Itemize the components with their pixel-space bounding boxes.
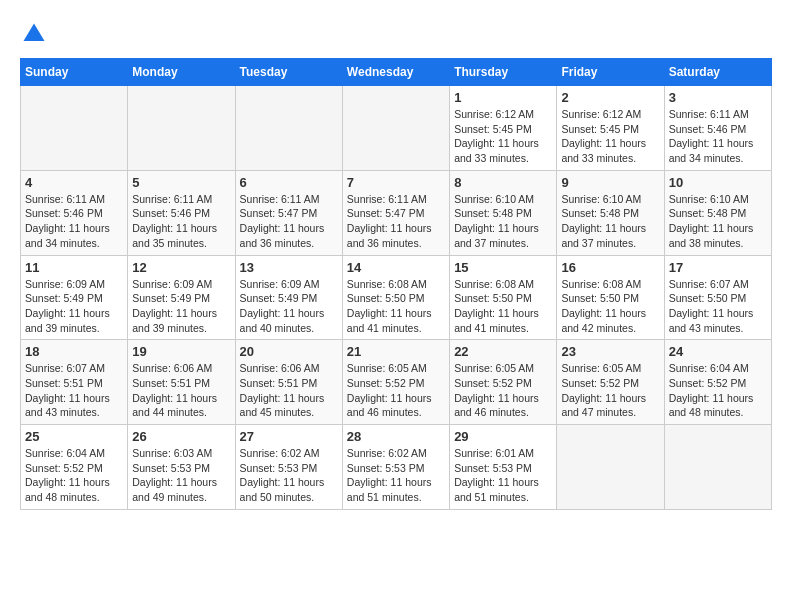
day-number: 17 bbox=[669, 260, 767, 275]
calendar-week-row: 11Sunrise: 6:09 AMSunset: 5:49 PMDayligh… bbox=[21, 255, 772, 340]
calendar-cell: 7Sunrise: 6:11 AMSunset: 5:47 PMDaylight… bbox=[342, 170, 449, 255]
day-info: Sunrise: 6:08 AMSunset: 5:50 PMDaylight:… bbox=[347, 277, 445, 336]
day-number: 24 bbox=[669, 344, 767, 359]
calendar-cell: 10Sunrise: 6:10 AMSunset: 5:48 PMDayligh… bbox=[664, 170, 771, 255]
calendar-cell bbox=[664, 425, 771, 510]
day-info: Sunrise: 6:07 AMSunset: 5:50 PMDaylight:… bbox=[669, 277, 767, 336]
calendar-cell bbox=[128, 86, 235, 171]
day-number: 4 bbox=[25, 175, 123, 190]
day-number: 7 bbox=[347, 175, 445, 190]
day-info: Sunrise: 6:08 AMSunset: 5:50 PMDaylight:… bbox=[561, 277, 659, 336]
day-info: Sunrise: 6:09 AMSunset: 5:49 PMDaylight:… bbox=[240, 277, 338, 336]
calendar-cell: 9Sunrise: 6:10 AMSunset: 5:48 PMDaylight… bbox=[557, 170, 664, 255]
day-info: Sunrise: 6:04 AMSunset: 5:52 PMDaylight:… bbox=[25, 446, 123, 505]
day-info: Sunrise: 6:09 AMSunset: 5:49 PMDaylight:… bbox=[25, 277, 123, 336]
weekday-header-wednesday: Wednesday bbox=[342, 59, 449, 86]
day-info: Sunrise: 6:09 AMSunset: 5:49 PMDaylight:… bbox=[132, 277, 230, 336]
day-info: Sunrise: 6:06 AMSunset: 5:51 PMDaylight:… bbox=[132, 361, 230, 420]
day-number: 27 bbox=[240, 429, 338, 444]
weekday-header-row: SundayMondayTuesdayWednesdayThursdayFrid… bbox=[21, 59, 772, 86]
calendar-cell: 19Sunrise: 6:06 AMSunset: 5:51 PMDayligh… bbox=[128, 340, 235, 425]
calendar-cell: 14Sunrise: 6:08 AMSunset: 5:50 PMDayligh… bbox=[342, 255, 449, 340]
day-number: 28 bbox=[347, 429, 445, 444]
calendar-cell: 17Sunrise: 6:07 AMSunset: 5:50 PMDayligh… bbox=[664, 255, 771, 340]
svg-marker-0 bbox=[24, 24, 45, 42]
calendar-cell: 18Sunrise: 6:07 AMSunset: 5:51 PMDayligh… bbox=[21, 340, 128, 425]
calendar-cell bbox=[235, 86, 342, 171]
calendar-week-row: 4Sunrise: 6:11 AMSunset: 5:46 PMDaylight… bbox=[21, 170, 772, 255]
day-number: 14 bbox=[347, 260, 445, 275]
calendar-week-row: 18Sunrise: 6:07 AMSunset: 5:51 PMDayligh… bbox=[21, 340, 772, 425]
day-info: Sunrise: 6:11 AMSunset: 5:46 PMDaylight:… bbox=[25, 192, 123, 251]
calendar-week-row: 1Sunrise: 6:12 AMSunset: 5:45 PMDaylight… bbox=[21, 86, 772, 171]
day-number: 23 bbox=[561, 344, 659, 359]
calendar-cell: 20Sunrise: 6:06 AMSunset: 5:51 PMDayligh… bbox=[235, 340, 342, 425]
weekday-header-thursday: Thursday bbox=[450, 59, 557, 86]
weekday-header-monday: Monday bbox=[128, 59, 235, 86]
calendar-cell: 15Sunrise: 6:08 AMSunset: 5:50 PMDayligh… bbox=[450, 255, 557, 340]
day-number: 9 bbox=[561, 175, 659, 190]
calendar-cell: 1Sunrise: 6:12 AMSunset: 5:45 PMDaylight… bbox=[450, 86, 557, 171]
calendar-cell: 3Sunrise: 6:11 AMSunset: 5:46 PMDaylight… bbox=[664, 86, 771, 171]
calendar-cell bbox=[342, 86, 449, 171]
day-number: 8 bbox=[454, 175, 552, 190]
calendar-cell: 24Sunrise: 6:04 AMSunset: 5:52 PMDayligh… bbox=[664, 340, 771, 425]
calendar-cell: 27Sunrise: 6:02 AMSunset: 5:53 PMDayligh… bbox=[235, 425, 342, 510]
day-number: 3 bbox=[669, 90, 767, 105]
weekday-header-sunday: Sunday bbox=[21, 59, 128, 86]
calendar-cell: 26Sunrise: 6:03 AMSunset: 5:53 PMDayligh… bbox=[128, 425, 235, 510]
day-number: 5 bbox=[132, 175, 230, 190]
calendar-cell: 22Sunrise: 6:05 AMSunset: 5:52 PMDayligh… bbox=[450, 340, 557, 425]
day-number: 16 bbox=[561, 260, 659, 275]
page-header bbox=[20, 20, 772, 48]
day-number: 10 bbox=[669, 175, 767, 190]
weekday-header-tuesday: Tuesday bbox=[235, 59, 342, 86]
day-info: Sunrise: 6:11 AMSunset: 5:47 PMDaylight:… bbox=[347, 192, 445, 251]
day-info: Sunrise: 6:10 AMSunset: 5:48 PMDaylight:… bbox=[561, 192, 659, 251]
logo bbox=[20, 20, 52, 48]
day-number: 18 bbox=[25, 344, 123, 359]
calendar-cell: 21Sunrise: 6:05 AMSunset: 5:52 PMDayligh… bbox=[342, 340, 449, 425]
day-number: 1 bbox=[454, 90, 552, 105]
calendar-cell: 25Sunrise: 6:04 AMSunset: 5:52 PMDayligh… bbox=[21, 425, 128, 510]
calendar-cell: 12Sunrise: 6:09 AMSunset: 5:49 PMDayligh… bbox=[128, 255, 235, 340]
day-number: 22 bbox=[454, 344, 552, 359]
day-info: Sunrise: 6:12 AMSunset: 5:45 PMDaylight:… bbox=[561, 107, 659, 166]
weekday-header-friday: Friday bbox=[557, 59, 664, 86]
calendar-table: SundayMondayTuesdayWednesdayThursdayFrid… bbox=[20, 58, 772, 510]
day-info: Sunrise: 6:11 AMSunset: 5:46 PMDaylight:… bbox=[132, 192, 230, 251]
weekday-header-saturday: Saturday bbox=[664, 59, 771, 86]
day-info: Sunrise: 6:11 AMSunset: 5:46 PMDaylight:… bbox=[669, 107, 767, 166]
day-info: Sunrise: 6:07 AMSunset: 5:51 PMDaylight:… bbox=[25, 361, 123, 420]
day-number: 11 bbox=[25, 260, 123, 275]
day-info: Sunrise: 6:05 AMSunset: 5:52 PMDaylight:… bbox=[454, 361, 552, 420]
day-info: Sunrise: 6:10 AMSunset: 5:48 PMDaylight:… bbox=[669, 192, 767, 251]
day-info: Sunrise: 6:02 AMSunset: 5:53 PMDaylight:… bbox=[240, 446, 338, 505]
calendar-cell: 8Sunrise: 6:10 AMSunset: 5:48 PMDaylight… bbox=[450, 170, 557, 255]
logo-icon bbox=[20, 20, 48, 48]
day-info: Sunrise: 6:12 AMSunset: 5:45 PMDaylight:… bbox=[454, 107, 552, 166]
day-number: 12 bbox=[132, 260, 230, 275]
day-info: Sunrise: 6:05 AMSunset: 5:52 PMDaylight:… bbox=[347, 361, 445, 420]
calendar-cell: 5Sunrise: 6:11 AMSunset: 5:46 PMDaylight… bbox=[128, 170, 235, 255]
day-info: Sunrise: 6:08 AMSunset: 5:50 PMDaylight:… bbox=[454, 277, 552, 336]
day-info: Sunrise: 6:10 AMSunset: 5:48 PMDaylight:… bbox=[454, 192, 552, 251]
calendar-cell: 11Sunrise: 6:09 AMSunset: 5:49 PMDayligh… bbox=[21, 255, 128, 340]
day-number: 15 bbox=[454, 260, 552, 275]
calendar-week-row: 25Sunrise: 6:04 AMSunset: 5:52 PMDayligh… bbox=[21, 425, 772, 510]
day-number: 29 bbox=[454, 429, 552, 444]
day-number: 13 bbox=[240, 260, 338, 275]
day-number: 26 bbox=[132, 429, 230, 444]
day-info: Sunrise: 6:03 AMSunset: 5:53 PMDaylight:… bbox=[132, 446, 230, 505]
day-info: Sunrise: 6:02 AMSunset: 5:53 PMDaylight:… bbox=[347, 446, 445, 505]
calendar-cell: 13Sunrise: 6:09 AMSunset: 5:49 PMDayligh… bbox=[235, 255, 342, 340]
day-number: 25 bbox=[25, 429, 123, 444]
day-number: 20 bbox=[240, 344, 338, 359]
day-info: Sunrise: 6:06 AMSunset: 5:51 PMDaylight:… bbox=[240, 361, 338, 420]
day-number: 21 bbox=[347, 344, 445, 359]
calendar-cell: 6Sunrise: 6:11 AMSunset: 5:47 PMDaylight… bbox=[235, 170, 342, 255]
calendar-cell: 4Sunrise: 6:11 AMSunset: 5:46 PMDaylight… bbox=[21, 170, 128, 255]
day-info: Sunrise: 6:04 AMSunset: 5:52 PMDaylight:… bbox=[669, 361, 767, 420]
day-info: Sunrise: 6:01 AMSunset: 5:53 PMDaylight:… bbox=[454, 446, 552, 505]
calendar-cell: 16Sunrise: 6:08 AMSunset: 5:50 PMDayligh… bbox=[557, 255, 664, 340]
